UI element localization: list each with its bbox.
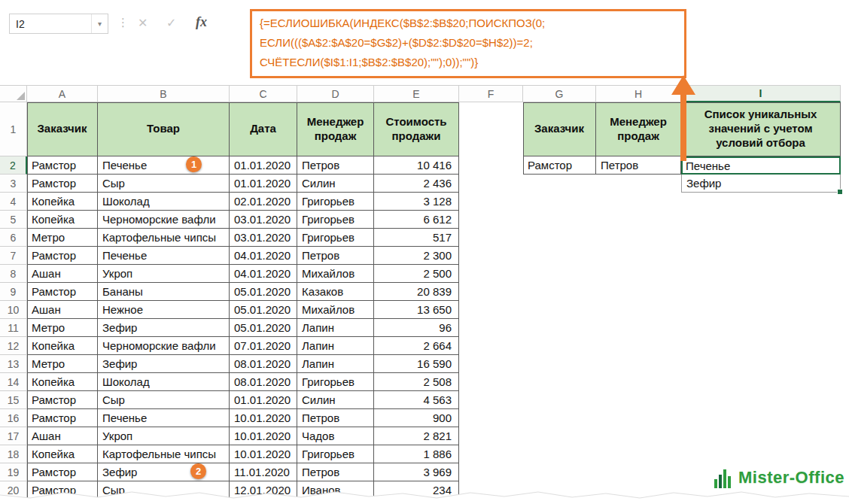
cell-D17[interactable]: Чадов xyxy=(297,427,374,445)
cell-E7[interactable]: 2 300 xyxy=(374,247,459,265)
cell-A6[interactable]: Метро xyxy=(27,229,98,247)
cell-D8[interactable]: Михайлов xyxy=(297,265,374,283)
cell-B16[interactable]: Печенье xyxy=(98,409,230,427)
cell-C20[interactable]: 12.01.2020 xyxy=(230,481,297,499)
name-box-value[interactable]: I2 xyxy=(10,18,91,30)
cell-I3[interactable]: Зефир xyxy=(681,175,841,193)
cell-B19[interactable]: Зефир xyxy=(98,463,230,481)
header-cell-B1[interactable]: Товар xyxy=(98,102,230,156)
header-cell-G1[interactable]: Заказчик xyxy=(523,102,596,156)
cell-E18[interactable]: 1 886 xyxy=(374,445,459,463)
cell-B5[interactable]: Черноморские вафли xyxy=(98,211,230,229)
cell-E8[interactable]: 2 500 xyxy=(374,265,459,283)
cell-B15[interactable]: Сыр xyxy=(98,391,230,409)
name-box-dropdown-icon[interactable]: ▾ xyxy=(91,14,108,33)
row-header-18[interactable]: 18 xyxy=(0,445,27,463)
cell-A13[interactable]: Метро xyxy=(27,355,98,373)
insert-function-icon[interactable]: fx xyxy=(196,14,207,30)
cell-D11[interactable]: Лапин xyxy=(297,319,374,337)
cell-E2[interactable]: 10 416 xyxy=(374,156,459,175)
cell-A4[interactable]: Копейка xyxy=(27,193,98,211)
cell-A16[interactable]: Рамстор xyxy=(27,409,98,427)
row-header-16[interactable]: 16 xyxy=(0,409,27,427)
cell-A20[interactable]: Рамстор xyxy=(27,481,98,499)
row-header-15[interactable]: 15 xyxy=(0,391,27,409)
cell-A17[interactable]: Ашан xyxy=(27,427,98,445)
cell-B18[interactable]: Картофельные чипсы xyxy=(98,445,230,463)
row-header-1[interactable]: 1 xyxy=(0,102,27,156)
cell-E17[interactable]: 2 821 xyxy=(374,427,459,445)
cell-E20[interactable]: 234 xyxy=(374,481,459,499)
cell-B14[interactable]: Шоколад xyxy=(98,373,230,391)
cell-B12[interactable]: Черноморские вафли xyxy=(98,337,230,355)
cell-D20[interactable]: Иванов xyxy=(297,481,374,499)
header-cell-D1[interactable]: Менеджер продаж xyxy=(297,102,374,156)
row-header-7[interactable]: 7 xyxy=(0,247,27,265)
column-header-G[interactable]: G xyxy=(523,86,596,102)
row-header-3[interactable]: 3 xyxy=(0,175,27,193)
cell-C15[interactable]: 01.01.2020 xyxy=(230,391,297,409)
cell-D3[interactable]: Силин xyxy=(297,175,374,193)
row-header-9[interactable]: 9 xyxy=(0,283,27,301)
cell-D2[interactable]: Петров xyxy=(297,156,374,175)
cell-E4[interactable]: 3 128 xyxy=(374,193,459,211)
cell-C7[interactable]: 04.01.2020 xyxy=(230,247,297,265)
cell-D12[interactable]: Лапин xyxy=(297,337,374,355)
row-header-11[interactable]: 11 xyxy=(0,319,27,337)
column-header-F[interactable]: F xyxy=(459,86,523,102)
cell-A19[interactable]: Рамстор xyxy=(27,463,98,481)
row-header-6[interactable]: 6 xyxy=(0,229,27,247)
cell-A12[interactable]: Копейка xyxy=(27,337,98,355)
cell-A18[interactable]: Копейка xyxy=(27,445,98,463)
column-header-E[interactable]: E xyxy=(374,86,459,102)
cell-A15[interactable]: Рамстор xyxy=(27,391,98,409)
cell-E12[interactable]: 2 664 xyxy=(374,337,459,355)
cell-C5[interactable]: 03.01.2020 xyxy=(230,211,297,229)
cell-D18[interactable]: Григорьев xyxy=(297,445,374,463)
cell-G2[interactable]: Рамстор xyxy=(523,156,596,175)
formula-input[interactable]: {=ЕСЛИОШИБКА(ИНДЕКС($B$2:$B$20;ПОИСКПОЗ(… xyxy=(250,9,686,78)
cell-B2[interactable]: Печенье xyxy=(98,156,230,175)
cell-D4[interactable]: Григорьев xyxy=(297,193,374,211)
cell-D7[interactable]: Петров xyxy=(297,247,374,265)
cell-C10[interactable]: 05.01.2020 xyxy=(230,301,297,319)
cell-D19[interactable]: Петров xyxy=(297,463,374,481)
cell-C3[interactable]: 01.01.2020 xyxy=(230,175,297,193)
cell-C16[interactable]: 10.01.2020 xyxy=(230,409,297,427)
cell-C14[interactable]: 08.01.2020 xyxy=(230,373,297,391)
cell-C6[interactable]: 03.01.2020 xyxy=(230,229,297,247)
cell-B7[interactable]: Печенье xyxy=(98,247,230,265)
header-cell-C1[interactable]: Дата xyxy=(230,102,297,156)
cell-B11[interactable]: Зефир xyxy=(98,319,230,337)
cell-B8[interactable]: Укроп xyxy=(98,265,230,283)
fill-handle[interactable] xyxy=(837,189,843,195)
row-header-2[interactable]: 2 xyxy=(0,156,27,175)
cell-E14[interactable]: 2 508 xyxy=(374,373,459,391)
row-header-10[interactable]: 10 xyxy=(0,301,27,319)
row-header-12[interactable]: 12 xyxy=(0,337,27,355)
cell-B9[interactable]: Бананы xyxy=(98,283,230,301)
column-header-B[interactable]: B xyxy=(98,86,230,102)
row-header-14[interactable]: 14 xyxy=(0,373,27,391)
header-cell-A1[interactable]: Заказчик xyxy=(27,102,98,156)
cell-A5[interactable]: Копейка xyxy=(27,211,98,229)
cell-C12[interactable]: 07.01.2020 xyxy=(230,337,297,355)
cell-B4[interactable]: Шоколад xyxy=(98,193,230,211)
cell-E19[interactable]: 3 969 xyxy=(374,463,459,481)
cell-A11[interactable]: Метро xyxy=(27,319,98,337)
column-header-A[interactable]: A xyxy=(27,86,98,102)
cell-B10[interactable]: Нежное xyxy=(98,301,230,319)
cell-A14[interactable]: Копейка xyxy=(27,373,98,391)
cell-D15[interactable]: Силин xyxy=(297,391,374,409)
cell-D5[interactable]: Григорьев xyxy=(297,211,374,229)
cell-E13[interactable]: 16 590 xyxy=(374,355,459,373)
cell-D14[interactable]: Григорьев xyxy=(297,373,374,391)
cell-I2[interactable]: Печенье xyxy=(681,156,841,175)
row-header-8[interactable]: 8 xyxy=(0,265,27,283)
cell-E3[interactable]: 2 436 xyxy=(374,175,459,193)
cell-E11[interactable]: 96 xyxy=(374,319,459,337)
cell-E9[interactable]: 20 839 xyxy=(374,283,459,301)
cell-C19[interactable]: 11.01.2020 xyxy=(230,463,297,481)
cancel-icon[interactable]: ✕ xyxy=(138,16,148,30)
row-header-20[interactable]: 20 xyxy=(0,481,27,499)
